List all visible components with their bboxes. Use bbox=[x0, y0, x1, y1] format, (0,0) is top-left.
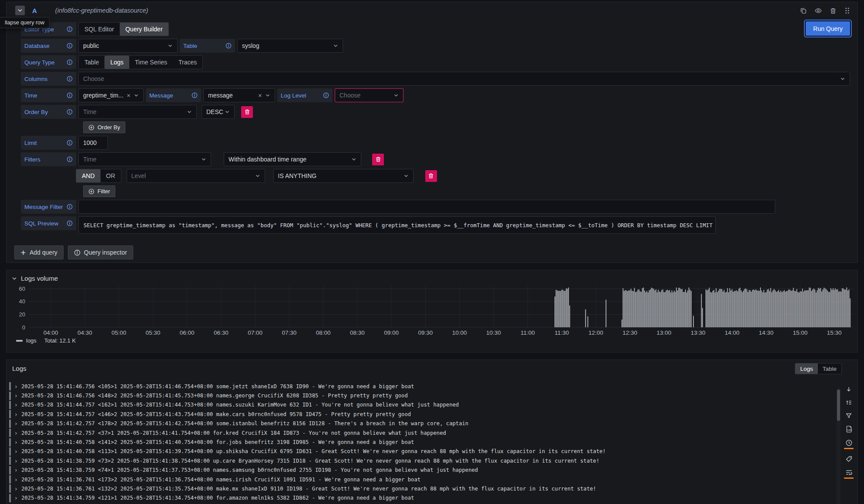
order-by-direction-select[interactable]: DESC bbox=[202, 105, 235, 119]
sort-oldest-first-icon[interactable] bbox=[845, 399, 852, 406]
remove-filter-2-button[interactable] bbox=[425, 170, 437, 182]
delete-query-icon[interactable] bbox=[830, 7, 837, 14]
columns-select[interactable]: Choose bbox=[78, 72, 850, 86]
conjunction-or[interactable]: OR bbox=[101, 169, 121, 182]
info-icon[interactable] bbox=[67, 204, 73, 210]
log-row[interactable]: ›2025-05-28 15:41:36.761 <173>2 2025-05-… bbox=[9, 475, 831, 484]
query-type-logs[interactable]: Logs bbox=[104, 56, 129, 69]
log-level-select[interactable]: Choose bbox=[335, 88, 403, 102]
scroll-to-bottom-icon[interactable] bbox=[845, 386, 852, 393]
expand-log-row-icon[interactable]: › bbox=[14, 439, 18, 445]
info-icon[interactable] bbox=[192, 92, 198, 98]
logs-scrollbar[interactable] bbox=[837, 388, 840, 504]
expand-log-row-icon[interactable]: › bbox=[14, 467, 18, 473]
filter-condition-select[interactable]: Within dashboard time range bbox=[224, 152, 361, 166]
log-row[interactable]: ›2025-05-28 15:41:46.756 <148>2 2025-05-… bbox=[9, 391, 831, 400]
filter-field-select[interactable]: Time bbox=[78, 152, 211, 166]
info-icon[interactable] bbox=[67, 43, 73, 49]
info-icon[interactable] bbox=[67, 220, 73, 226]
legend-series-name[interactable]: logs bbox=[26, 337, 37, 344]
log-row[interactable]: ›2025-05-28 15:41:42.757 <178>2 2025-05-… bbox=[9, 419, 831, 428]
volume-bar bbox=[691, 291, 692, 327]
expand-log-row-icon[interactable]: › bbox=[14, 458, 18, 464]
table-select[interactable]: syslog bbox=[237, 39, 343, 53]
info-icon[interactable] bbox=[67, 59, 73, 65]
log-row[interactable]: ›2025-05-28 15:41:42.757 <37>1 2025-05-2… bbox=[9, 428, 831, 437]
volume-bar bbox=[713, 291, 713, 327]
tab-query-builder[interactable]: Query Builder bbox=[120, 23, 168, 36]
log-row[interactable]: ›2025-05-28 15:41:40.758 <141>2 2025-05-… bbox=[9, 437, 831, 447]
expand-log-row-icon[interactable]: › bbox=[14, 402, 18, 408]
view-table[interactable]: Table bbox=[818, 363, 841, 374]
add-query-button[interactable]: Add query bbox=[14, 245, 64, 259]
add-order-by-button[interactable]: Order By bbox=[83, 121, 125, 133]
volume-bar bbox=[786, 291, 787, 327]
trash-icon bbox=[428, 173, 434, 179]
log-row[interactable]: ›2025-05-28 15:41:36.761 <132>2 2025-05-… bbox=[9, 484, 831, 493]
filter-2-field-select[interactable]: Level bbox=[127, 169, 265, 183]
expand-log-row-icon[interactable]: › bbox=[14, 393, 18, 399]
deduplicate-log-icon[interactable]: LOG bbox=[845, 425, 853, 433]
tab-sql-editor[interactable]: SQL Editor bbox=[79, 23, 120, 36]
logs-volume-chart[interactable]: 020406004:0004:3005:0005:3006:0006:3007:… bbox=[9, 284, 857, 337]
volume-bar bbox=[687, 290, 688, 327]
collapse-query-row-button[interactable] bbox=[15, 6, 25, 15]
remove-filter-button[interactable] bbox=[372, 154, 384, 165]
log-row[interactable]: ›2025-05-28 15:41:44.757 <162>1 2025-05-… bbox=[9, 400, 831, 410]
sql-preview-label: SQL Preview bbox=[21, 216, 76, 230]
limit-input[interactable]: 1000 bbox=[78, 136, 108, 150]
filter-2-operator-select[interactable]: IS ANYTHING bbox=[273, 169, 414, 183]
info-icon[interactable] bbox=[67, 140, 73, 146]
hide-query-icon[interactable] bbox=[814, 7, 822, 14]
volume-bar bbox=[653, 289, 654, 327]
filter-icon[interactable] bbox=[845, 412, 852, 419]
expand-log-row-icon[interactable]: › bbox=[14, 495, 18, 501]
order-by-field-select[interactable]: Time bbox=[78, 105, 197, 119]
info-icon[interactable] bbox=[323, 92, 329, 98]
database-select[interactable]: public bbox=[78, 39, 178, 53]
expand-log-row-icon[interactable]: › bbox=[14, 411, 18, 417]
logs-scrollbar-thumb[interactable] bbox=[837, 390, 840, 421]
clear-icon[interactable] bbox=[258, 93, 262, 98]
log-row[interactable]: ›2025-05-28 15:41:44.757 <146>2 2025-05-… bbox=[9, 410, 831, 419]
time-column-select[interactable]: greptime_tim... bbox=[78, 88, 144, 102]
conjunction-and[interactable]: AND bbox=[76, 169, 101, 182]
duplicate-query-icon[interactable] bbox=[800, 7, 807, 14]
wrap-lines-icon[interactable] bbox=[844, 469, 854, 479]
expand-log-row-icon[interactable]: › bbox=[14, 383, 18, 390]
volume-bar bbox=[743, 291, 744, 327]
info-icon[interactable] bbox=[67, 156, 73, 162]
info-icon[interactable] bbox=[225, 43, 232, 49]
log-row[interactable]: ›2025-05-28 15:41:46.756 <105>1 2025-05-… bbox=[9, 382, 831, 391]
remove-order-by-button[interactable] bbox=[241, 106, 253, 118]
message-column-select[interactable]: message bbox=[203, 88, 275, 102]
log-row[interactable]: ›2025-05-28 15:41:38.759 <73>2 2025-05-2… bbox=[9, 456, 831, 465]
view-logs[interactable]: Logs bbox=[795, 363, 817, 374]
log-row[interactable]: ›2025-05-28 15:41:38.759 <74>1 2025-05-2… bbox=[9, 466, 831, 475]
query-inspector-button[interactable]: Query inspector bbox=[68, 245, 133, 259]
query-type-traces[interactable]: Traces bbox=[173, 56, 202, 69]
show-time-icon[interactable] bbox=[844, 439, 854, 449]
clear-icon[interactable] bbox=[126, 93, 131, 98]
log-level-indicator bbox=[9, 420, 11, 428]
query-type-time-series[interactable]: Time Series bbox=[129, 56, 173, 69]
drag-handle-icon[interactable] bbox=[844, 7, 851, 14]
chevron-down-icon[interactable] bbox=[12, 276, 17, 281]
query-type-table[interactable]: Table bbox=[79, 56, 104, 69]
expand-log-row-icon[interactable]: › bbox=[14, 448, 18, 454]
info-icon[interactable] bbox=[67, 92, 73, 98]
info-icon[interactable] bbox=[67, 109, 73, 115]
log-row[interactable]: ›2025-05-28 15:41:34.759 <121>1 2025-05-… bbox=[9, 494, 831, 503]
message-filter-input[interactable] bbox=[78, 200, 775, 214]
expand-log-row-icon[interactable]: › bbox=[14, 420, 18, 427]
volume-bar bbox=[625, 290, 626, 327]
info-icon[interactable] bbox=[67, 76, 73, 82]
wrap-lines-active-indicator bbox=[844, 477, 854, 479]
expand-log-row-icon[interactable]: › bbox=[14, 486, 18, 492]
info-icon[interactable] bbox=[67, 26, 73, 32]
unique-labels-icon[interactable] bbox=[845, 455, 853, 463]
expand-log-row-icon[interactable]: › bbox=[14, 477, 18, 483]
add-filter-button[interactable]: Filter bbox=[83, 185, 115, 197]
log-row[interactable]: ›2025-05-28 15:41:40.758 <113>1 2025-05-… bbox=[9, 447, 831, 456]
expand-log-row-icon[interactable]: › bbox=[14, 430, 18, 436]
